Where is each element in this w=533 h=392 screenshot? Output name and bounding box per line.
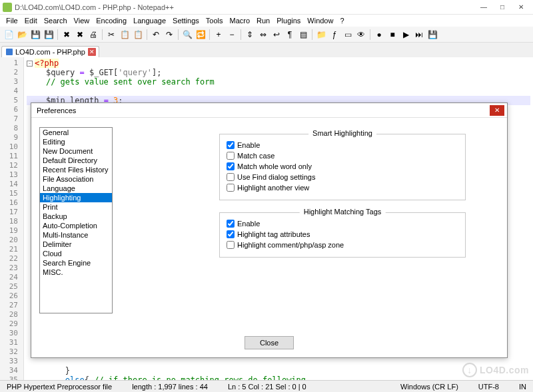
close-icon[interactable]: ✖ bbox=[61, 29, 73, 41]
func-list-icon[interactable]: ƒ bbox=[328, 29, 340, 41]
option-enable[interactable]: Enable bbox=[227, 140, 458, 150]
checkbox[interactable] bbox=[227, 241, 235, 249]
line-gutter: 1234567891011121314151617181920212223242… bbox=[0, 57, 24, 380]
pref-category-language[interactable]: Language bbox=[40, 184, 112, 193]
pref-category-backup[interactable]: Backup bbox=[40, 212, 112, 221]
window-close-button[interactable]: ✕ bbox=[512, 1, 530, 13]
option-match-whole-word-only[interactable]: Match whole word only bbox=[227, 161, 458, 172]
checkbox[interactable] bbox=[227, 230, 235, 238]
pref-category-search-engine[interactable]: Search Engine bbox=[40, 258, 112, 268]
pref-category-new-document[interactable]: New Document bbox=[40, 146, 112, 156]
pref-category-editing[interactable]: Editing bbox=[40, 137, 112, 146]
checkbox[interactable] bbox=[227, 162, 235, 170]
window-minimize-button[interactable]: — bbox=[474, 1, 493, 13]
pref-category-cloud[interactable]: Cloud bbox=[40, 249, 112, 258]
watermark: ↓ LO4D.com bbox=[462, 363, 529, 377]
toolbar-separator bbox=[57, 29, 58, 40]
menu-view[interactable]: View bbox=[71, 16, 93, 25]
option-highlight-tag-attributes[interactable]: Highlight tag attributes bbox=[227, 229, 458, 240]
dialog-close-button[interactable]: ✕ bbox=[490, 105, 504, 116]
indent-guide-icon[interactable]: ▤ bbox=[297, 29, 309, 41]
menu-[interactable]: ? bbox=[336, 16, 347, 25]
pref-category-auto-completion[interactable]: Auto-Completion bbox=[40, 221, 112, 230]
folder-icon[interactable]: 📁 bbox=[315, 29, 327, 41]
print-icon[interactable]: 🖨 bbox=[87, 29, 99, 41]
pref-category-misc-[interactable]: MISC. bbox=[40, 268, 112, 277]
group-legend: Smart Highlighting bbox=[308, 129, 376, 137]
doc-map-icon[interactable]: ▭ bbox=[342, 29, 354, 41]
option-use-find-dialog-settings[interactable]: Use Find dialog settings bbox=[227, 172, 458, 182]
menu-run[interactable]: Run bbox=[253, 16, 273, 25]
tab-close-icon[interactable]: ✕ bbox=[88, 48, 96, 56]
play-icon[interactable]: ▶ bbox=[400, 29, 412, 41]
checkbox[interactable] bbox=[227, 173, 235, 181]
pref-category-multi-instance[interactable]: Multi-Instance bbox=[40, 230, 112, 240]
record-icon[interactable]: ● bbox=[373, 29, 385, 41]
option-label: Match whole word only bbox=[237, 162, 312, 170]
close-button[interactable]: Close bbox=[245, 336, 294, 349]
option-enable[interactable]: Enable bbox=[227, 218, 458, 229]
option-match-case[interactable]: Match case bbox=[227, 150, 458, 161]
menu-search[interactable]: Search bbox=[41, 16, 71, 25]
sync-h-icon[interactable]: ⇔ bbox=[257, 29, 269, 41]
show-all-icon[interactable]: ¶ bbox=[284, 29, 296, 41]
menubar: FileEditSearchViewEncodingLanguageSettin… bbox=[0, 15, 533, 27]
new-file-icon[interactable]: 📄 bbox=[3, 29, 15, 41]
checkbox[interactable] bbox=[227, 141, 235, 149]
wrap-icon[interactable]: ↩ bbox=[270, 29, 282, 41]
play-multi-icon[interactable]: ⏭ bbox=[413, 29, 425, 41]
menu-plugins[interactable]: Plugins bbox=[273, 16, 304, 25]
pref-category-recent-files-history[interactable]: Recent Files History bbox=[40, 165, 112, 174]
option-highlight-comment-php-asp-zone[interactable]: Highlight comment/php/asp zone bbox=[227, 240, 458, 250]
status-position: Ln : 5 Col : 21 Sel : 0 | 0 bbox=[224, 383, 310, 391]
menu-macro[interactable]: Macro bbox=[226, 16, 253, 25]
open-file-icon[interactable]: 📂 bbox=[16, 29, 28, 41]
menu-file[interactable]: File bbox=[3, 16, 21, 25]
option-highlight-another-view[interactable]: Highlight another view bbox=[227, 182, 458, 193]
sync-v-icon[interactable]: ⇕ bbox=[244, 29, 256, 41]
menu-tools[interactable]: Tools bbox=[203, 16, 227, 25]
preferences-dialog: Preferences ✕ GeneralEditingNew Document… bbox=[31, 102, 508, 358]
paste-icon[interactable]: 📋 bbox=[132, 29, 144, 41]
checkbox[interactable] bbox=[227, 220, 235, 228]
copy-icon[interactable]: 📋 bbox=[119, 29, 131, 41]
replace-icon[interactable]: 🔁 bbox=[195, 29, 207, 41]
window-title: D:\LO4D.com\LO4D.com - PHP.php - Notepad… bbox=[15, 3, 474, 11]
pref-category-default-directory[interactable]: Default Directory bbox=[40, 156, 112, 165]
document-tab-label: LO4D.com - PHP.php bbox=[15, 48, 85, 56]
menu-settings[interactable]: Settings bbox=[169, 16, 203, 25]
menu-encoding[interactable]: Encoding bbox=[93, 16, 130, 25]
window-maximize-button[interactable]: □ bbox=[493, 1, 512, 13]
checkbox[interactable] bbox=[227, 184, 235, 192]
zoom-in-icon[interactable]: + bbox=[213, 29, 225, 41]
checkbox[interactable] bbox=[227, 152, 235, 160]
pref-category-file-association[interactable]: File Association bbox=[40, 174, 112, 184]
menu-language[interactable]: Language bbox=[130, 16, 169, 25]
pref-category-general[interactable]: General bbox=[40, 128, 112, 137]
save-macro-icon[interactable]: 💾 bbox=[426, 29, 438, 41]
zoom-out-icon[interactable]: − bbox=[226, 29, 238, 41]
preferences-category-list[interactable]: GeneralEditingNew DocumentDefault Direct… bbox=[39, 127, 113, 313]
monitor-icon[interactable]: 👁 bbox=[355, 29, 367, 41]
pref-category-highlighting[interactable]: Highlighting bbox=[40, 193, 112, 202]
window-titlebar: D:\LO4D.com\LO4D.com - PHP.php - Notepad… bbox=[0, 0, 533, 15]
undo-icon[interactable]: ↶ bbox=[150, 29, 162, 41]
status-length: length : 1,997 lines : 44 bbox=[128, 383, 212, 391]
save-all-icon[interactable]: 💾 bbox=[43, 29, 55, 41]
dialog-title: Preferences bbox=[37, 106, 490, 114]
stop-icon[interactable]: ■ bbox=[386, 29, 398, 41]
option-label: Match case bbox=[237, 152, 274, 160]
document-tabbar: LO4D.com - PHP.php ✕ bbox=[0, 43, 533, 57]
find-icon[interactable]: 🔍 bbox=[181, 29, 193, 41]
menu-window[interactable]: Window bbox=[304, 16, 336, 25]
redo-icon[interactable]: ↷ bbox=[163, 29, 175, 41]
menu-edit[interactable]: Edit bbox=[21, 16, 41, 25]
toolbar-separator bbox=[147, 29, 147, 40]
pref-category-print[interactable]: Print bbox=[40, 202, 112, 212]
option-label: Enable bbox=[237, 141, 260, 149]
document-tab[interactable]: LO4D.com - PHP.php ✕ bbox=[1, 46, 99, 57]
pref-category-delimiter[interactable]: Delimiter bbox=[40, 240, 112, 249]
cut-icon[interactable]: ✂ bbox=[105, 29, 117, 41]
save-icon[interactable]: 💾 bbox=[29, 29, 41, 41]
close-all-icon[interactable]: ✖ bbox=[74, 29, 86, 41]
